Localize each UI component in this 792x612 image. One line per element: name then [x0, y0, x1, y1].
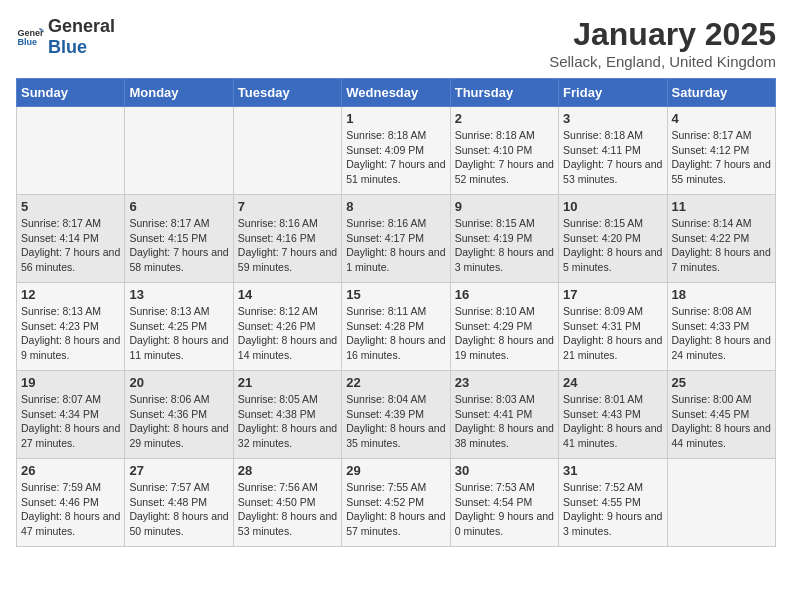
day-number: 30 — [455, 463, 554, 478]
calendar-cell: 22Sunrise: 8:04 AM Sunset: 4:39 PM Dayli… — [342, 371, 450, 459]
day-info: Sunrise: 8:18 AM Sunset: 4:11 PM Dayligh… — [563, 128, 662, 187]
day-info: Sunrise: 8:13 AM Sunset: 4:25 PM Dayligh… — [129, 304, 228, 363]
day-number: 5 — [21, 199, 120, 214]
day-info: Sunrise: 7:53 AM Sunset: 4:54 PM Dayligh… — [455, 480, 554, 539]
day-info: Sunrise: 7:59 AM Sunset: 4:46 PM Dayligh… — [21, 480, 120, 539]
day-info: Sunrise: 8:10 AM Sunset: 4:29 PM Dayligh… — [455, 304, 554, 363]
day-number: 27 — [129, 463, 228, 478]
day-info: Sunrise: 8:14 AM Sunset: 4:22 PM Dayligh… — [672, 216, 771, 275]
calendar-week-row: 19Sunrise: 8:07 AM Sunset: 4:34 PM Dayli… — [17, 371, 776, 459]
calendar-cell: 25Sunrise: 8:00 AM Sunset: 4:45 PM Dayli… — [667, 371, 775, 459]
svg-text:Blue: Blue — [17, 37, 37, 47]
header-day-tuesday: Tuesday — [233, 79, 341, 107]
calendar-cell: 4Sunrise: 8:17 AM Sunset: 4:12 PM Daylig… — [667, 107, 775, 195]
calendar-cell — [233, 107, 341, 195]
day-number: 11 — [672, 199, 771, 214]
day-info: Sunrise: 7:52 AM Sunset: 4:55 PM Dayligh… — [563, 480, 662, 539]
calendar-cell: 2Sunrise: 8:18 AM Sunset: 4:10 PM Daylig… — [450, 107, 558, 195]
day-number: 14 — [238, 287, 337, 302]
calendar-cell: 24Sunrise: 8:01 AM Sunset: 4:43 PM Dayli… — [559, 371, 667, 459]
day-number: 31 — [563, 463, 662, 478]
logo-blue-text: Blue — [48, 37, 87, 57]
day-info: Sunrise: 8:05 AM Sunset: 4:38 PM Dayligh… — [238, 392, 337, 451]
calendar-cell — [125, 107, 233, 195]
day-info: Sunrise: 8:00 AM Sunset: 4:45 PM Dayligh… — [672, 392, 771, 451]
day-number: 10 — [563, 199, 662, 214]
header-day-thursday: Thursday — [450, 79, 558, 107]
day-info: Sunrise: 8:16 AM Sunset: 4:17 PM Dayligh… — [346, 216, 445, 275]
calendar-cell: 11Sunrise: 8:14 AM Sunset: 4:22 PM Dayli… — [667, 195, 775, 283]
main-title: January 2025 — [549, 16, 776, 53]
calendar-cell: 10Sunrise: 8:15 AM Sunset: 4:20 PM Dayli… — [559, 195, 667, 283]
day-info: Sunrise: 8:18 AM Sunset: 4:10 PM Dayligh… — [455, 128, 554, 187]
day-info: Sunrise: 7:56 AM Sunset: 4:50 PM Dayligh… — [238, 480, 337, 539]
day-info: Sunrise: 8:15 AM Sunset: 4:19 PM Dayligh… — [455, 216, 554, 275]
day-number: 6 — [129, 199, 228, 214]
calendar-cell: 5Sunrise: 8:17 AM Sunset: 4:14 PM Daylig… — [17, 195, 125, 283]
calendar-cell: 16Sunrise: 8:10 AM Sunset: 4:29 PM Dayli… — [450, 283, 558, 371]
day-info: Sunrise: 8:08 AM Sunset: 4:33 PM Dayligh… — [672, 304, 771, 363]
day-number: 23 — [455, 375, 554, 390]
day-number: 13 — [129, 287, 228, 302]
day-info: Sunrise: 8:18 AM Sunset: 4:09 PM Dayligh… — [346, 128, 445, 187]
day-info: Sunrise: 8:03 AM Sunset: 4:41 PM Dayligh… — [455, 392, 554, 451]
day-number: 17 — [563, 287, 662, 302]
calendar-cell: 23Sunrise: 8:03 AM Sunset: 4:41 PM Dayli… — [450, 371, 558, 459]
day-number: 29 — [346, 463, 445, 478]
day-number: 3 — [563, 111, 662, 126]
day-number: 1 — [346, 111, 445, 126]
day-info: Sunrise: 8:04 AM Sunset: 4:39 PM Dayligh… — [346, 392, 445, 451]
calendar-cell: 12Sunrise: 8:13 AM Sunset: 4:23 PM Dayli… — [17, 283, 125, 371]
day-number: 9 — [455, 199, 554, 214]
header-day-wednesday: Wednesday — [342, 79, 450, 107]
calendar-cell: 18Sunrise: 8:08 AM Sunset: 4:33 PM Dayli… — [667, 283, 775, 371]
calendar-cell — [667, 459, 775, 547]
logo-icon: General Blue — [16, 23, 44, 51]
day-number: 18 — [672, 287, 771, 302]
header-day-saturday: Saturday — [667, 79, 775, 107]
subtitle: Sellack, England, United Kingdom — [549, 53, 776, 70]
calendar-cell: 6Sunrise: 8:17 AM Sunset: 4:15 PM Daylig… — [125, 195, 233, 283]
day-info: Sunrise: 8:13 AM Sunset: 4:23 PM Dayligh… — [21, 304, 120, 363]
calendar-cell: 3Sunrise: 8:18 AM Sunset: 4:11 PM Daylig… — [559, 107, 667, 195]
day-info: Sunrise: 8:16 AM Sunset: 4:16 PM Dayligh… — [238, 216, 337, 275]
day-info: Sunrise: 8:06 AM Sunset: 4:36 PM Dayligh… — [129, 392, 228, 451]
calendar-week-row: 26Sunrise: 7:59 AM Sunset: 4:46 PM Dayli… — [17, 459, 776, 547]
day-info: Sunrise: 7:57 AM Sunset: 4:48 PM Dayligh… — [129, 480, 228, 539]
calendar-cell: 1Sunrise: 8:18 AM Sunset: 4:09 PM Daylig… — [342, 107, 450, 195]
calendar-cell: 13Sunrise: 8:13 AM Sunset: 4:25 PM Dayli… — [125, 283, 233, 371]
day-number: 24 — [563, 375, 662, 390]
day-info: Sunrise: 8:12 AM Sunset: 4:26 PM Dayligh… — [238, 304, 337, 363]
header-day-sunday: Sunday — [17, 79, 125, 107]
calendar-cell: 19Sunrise: 8:07 AM Sunset: 4:34 PM Dayli… — [17, 371, 125, 459]
calendar-cell: 15Sunrise: 8:11 AM Sunset: 4:28 PM Dayli… — [342, 283, 450, 371]
calendar-week-row: 5Sunrise: 8:17 AM Sunset: 4:14 PM Daylig… — [17, 195, 776, 283]
day-number: 19 — [21, 375, 120, 390]
calendar-cell: 20Sunrise: 8:06 AM Sunset: 4:36 PM Dayli… — [125, 371, 233, 459]
day-number: 26 — [21, 463, 120, 478]
day-info: Sunrise: 8:15 AM Sunset: 4:20 PM Dayligh… — [563, 216, 662, 275]
calendar-cell: 29Sunrise: 7:55 AM Sunset: 4:52 PM Dayli… — [342, 459, 450, 547]
logo-general-text: General — [48, 16, 115, 37]
calendar-header-row: SundayMondayTuesdayWednesdayThursdayFrid… — [17, 79, 776, 107]
day-number: 15 — [346, 287, 445, 302]
day-number: 2 — [455, 111, 554, 126]
calendar-cell: 7Sunrise: 8:16 AM Sunset: 4:16 PM Daylig… — [233, 195, 341, 283]
calendar-table: SundayMondayTuesdayWednesdayThursdayFrid… — [16, 78, 776, 547]
calendar-cell: 27Sunrise: 7:57 AM Sunset: 4:48 PM Dayli… — [125, 459, 233, 547]
calendar-cell: 30Sunrise: 7:53 AM Sunset: 4:54 PM Dayli… — [450, 459, 558, 547]
day-info: Sunrise: 8:17 AM Sunset: 4:12 PM Dayligh… — [672, 128, 771, 187]
day-info: Sunrise: 8:11 AM Sunset: 4:28 PM Dayligh… — [346, 304, 445, 363]
header: General Blue General Blue January 2025 S… — [16, 16, 776, 70]
calendar-cell: 28Sunrise: 7:56 AM Sunset: 4:50 PM Dayli… — [233, 459, 341, 547]
day-info: Sunrise: 8:01 AM Sunset: 4:43 PM Dayligh… — [563, 392, 662, 451]
day-number: 7 — [238, 199, 337, 214]
day-number: 21 — [238, 375, 337, 390]
day-info: Sunrise: 8:17 AM Sunset: 4:14 PM Dayligh… — [21, 216, 120, 275]
calendar-cell: 17Sunrise: 8:09 AM Sunset: 4:31 PM Dayli… — [559, 283, 667, 371]
day-number: 12 — [21, 287, 120, 302]
calendar-cell: 26Sunrise: 7:59 AM Sunset: 4:46 PM Dayli… — [17, 459, 125, 547]
calendar-cell: 21Sunrise: 8:05 AM Sunset: 4:38 PM Dayli… — [233, 371, 341, 459]
logo: General Blue General Blue — [16, 16, 121, 58]
day-number: 28 — [238, 463, 337, 478]
